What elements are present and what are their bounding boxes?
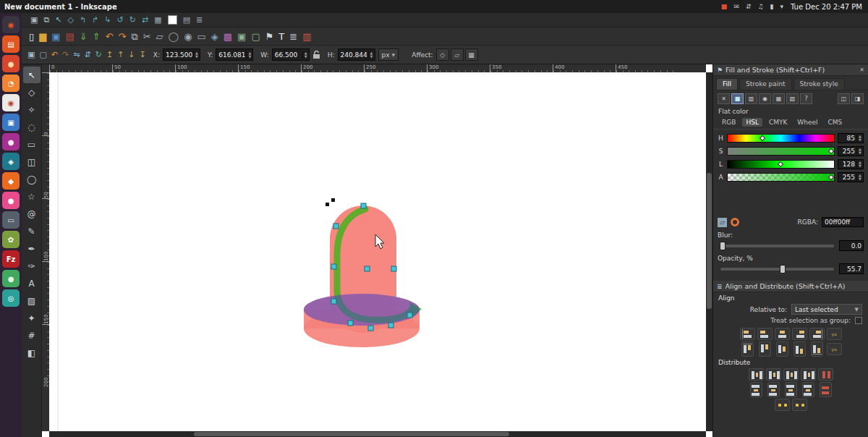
distribute-centers-v-button[interactable] bbox=[785, 382, 797, 397]
selector-tool[interactable]: ↖ bbox=[23, 67, 41, 83]
node-tool[interactable]: ◇ bbox=[23, 84, 41, 101]
save-icon[interactable]: ▣ bbox=[51, 32, 60, 41]
ungroup-icon[interactable]: ▢ bbox=[251, 32, 260, 41]
redo-icon[interactable]: ↷ bbox=[62, 51, 69, 59]
screenshot-app-button[interactable]: ◉ bbox=[2, 94, 20, 111]
layers-icon[interactable]: ≣ bbox=[196, 16, 203, 24]
canvas[interactable] bbox=[49, 72, 706, 431]
y-spinner[interactable]: ▲▼ bbox=[246, 51, 252, 59]
color-swatch-icon[interactable]: ▱ bbox=[718, 218, 727, 227]
relative-to-dropdown[interactable]: Last selected ▼ bbox=[791, 304, 862, 315]
distribute-right-edges-button[interactable] bbox=[801, 368, 816, 381]
cmyk[interactable]: CMYK bbox=[765, 118, 791, 127]
treat-as-group-checkbox[interactable] bbox=[855, 317, 862, 324]
open-folder-icon[interactable]: ▆ bbox=[39, 32, 46, 41]
h[interactable] bbox=[727, 134, 835, 143]
affect-move-patterns-toggle[interactable]: ▱ bbox=[451, 48, 464, 61]
arrow-up-left-icon[interactable]: ↰ bbox=[80, 16, 86, 24]
align-top-edges-button[interactable] bbox=[759, 341, 771, 357]
canvas-drawing[interactable] bbox=[49, 72, 706, 431]
rotate-90-icon[interactable]: ↻ bbox=[95, 51, 102, 59]
l[interactable] bbox=[727, 160, 835, 169]
rotate-cw-icon[interactable]: ↻ bbox=[129, 16, 136, 24]
cms[interactable]: CMS bbox=[825, 118, 846, 127]
document-icon[interactable]: ▣ bbox=[30, 16, 38, 24]
selected-node-mark[interactable] bbox=[331, 198, 335, 202]
new-document-icon[interactable]: ▯ bbox=[29, 32, 34, 41]
flip-vertical-icon[interactable]: ⇵ bbox=[84, 51, 90, 59]
randomize-positions-button[interactable] bbox=[820, 382, 832, 397]
record-indicator-icon[interactable]: ■ bbox=[721, 4, 728, 10]
blur-slider-knob[interactable] bbox=[720, 242, 726, 250]
h-spinner[interactable]: ▲▼ bbox=[368, 51, 375, 59]
swatch-button[interactable]: ▧ bbox=[786, 93, 799, 104]
redo-icon[interactable]: ↷ bbox=[118, 32, 126, 41]
arrow-branch-icon[interactable]: ↳ bbox=[104, 16, 111, 24]
group-icon[interactable]: ▣ bbox=[237, 32, 246, 41]
vertical-ruler[interactable]: 050100150200 bbox=[42, 72, 49, 431]
tweak-tool[interactable]: ✧ bbox=[23, 101, 41, 118]
paste-icon[interactable]: ▱ bbox=[156, 32, 163, 41]
center-vertical-axis-button[interactable] bbox=[775, 328, 790, 340]
equal-vertical-gaps-button[interactable] bbox=[750, 382, 762, 397]
undo-icon[interactable]: ↶ bbox=[51, 51, 58, 59]
export-icon[interactable]: ⇑ bbox=[93, 32, 101, 41]
no-paint-button[interactable]: ✕ bbox=[718, 93, 730, 104]
pattern-button[interactable]: ▦ bbox=[773, 93, 785, 104]
palette-icon[interactable]: ▤ bbox=[183, 16, 190, 24]
duplicate-icon[interactable]: ◈ bbox=[211, 32, 218, 41]
pen-tool[interactable]: ✒ bbox=[23, 240, 41, 257]
h-field[interactable]: 240.844▲▼ bbox=[338, 48, 375, 61]
spiral-tool[interactable]: @ bbox=[23, 205, 41, 222]
color-wheel-icon[interactable] bbox=[731, 218, 739, 226]
cut-icon[interactable]: ✂ bbox=[143, 32, 151, 41]
files-app-button[interactable]: ▤ bbox=[2, 35, 20, 53]
fill-stroke-panel-title[interactable]: ⚑ Fill and Stroke (Shift+Ctrl+F) ✕ bbox=[713, 64, 868, 76]
app-button-11[interactable]: ▭ bbox=[2, 211, 20, 229]
selected-node-mark[interactable] bbox=[326, 203, 329, 206]
remove-overlaps-button[interactable] bbox=[818, 368, 833, 381]
fill[interactable]: Fill bbox=[716, 78, 738, 90]
distribute-left-edges-button[interactable] bbox=[766, 368, 781, 381]
affect-move-gradients-toggle[interactable]: ◇ bbox=[436, 48, 449, 61]
white-swatch[interactable] bbox=[168, 15, 177, 25]
linear-gradient-button[interactable]: ▥ bbox=[745, 93, 757, 104]
x-field[interactable]: 123.500▲▼ bbox=[163, 48, 200, 61]
close-icon[interactable]: ✕ bbox=[859, 67, 864, 73]
text-tool[interactable]: A bbox=[23, 275, 41, 292]
slider-marker[interactable] bbox=[759, 135, 765, 141]
flat-color-button[interactable]: ■ bbox=[731, 93, 744, 104]
filezilla-button[interactable]: Fz bbox=[2, 250, 20, 268]
slider-value-field[interactable]: 255▲▼ bbox=[838, 146, 864, 156]
pages-icon[interactable]: ⧉ bbox=[43, 16, 49, 24]
swap-arrows-icon[interactable]: ⇄ bbox=[142, 16, 148, 24]
dropper-tool[interactable]: ✦ bbox=[23, 310, 41, 326]
vertical-scrollbar-thumb[interactable] bbox=[707, 173, 712, 309]
opacity-slider-knob[interactable] bbox=[780, 265, 786, 273]
arrow-up-right-icon[interactable]: ↱ bbox=[92, 16, 98, 24]
software-center-button[interactable]: ◆ bbox=[2, 172, 20, 190]
horizontal-scrollbar-thumb[interactable] bbox=[194, 432, 509, 436]
fill-stroke-dialog-icon[interactable]: ⚑ bbox=[265, 32, 274, 41]
distribute-bottom-edges-button[interactable] bbox=[802, 382, 814, 397]
paintbucket-tool[interactable]: ◧ bbox=[23, 344, 41, 361]
app-button-12[interactable]: ✿ bbox=[2, 231, 20, 248]
print-icon[interactable]: ▤ bbox=[65, 32, 74, 41]
fill-rule-nonzero-button[interactable]: ◫ bbox=[838, 93, 850, 104]
box3d-tool[interactable]: ◫ bbox=[23, 153, 41, 170]
clone-icon[interactable]: ▩ bbox=[224, 32, 232, 41]
vertical-scrollbar[interactable] bbox=[706, 72, 712, 431]
hsl[interactable]: HSL bbox=[742, 118, 762, 127]
app-button-3[interactable]: ● bbox=[2, 55, 20, 72]
distribute-top-edges-button[interactable] bbox=[767, 382, 780, 397]
grid-icon[interactable]: ▦ bbox=[154, 16, 161, 24]
flip-horizontal-icon[interactable]: ⇋ bbox=[73, 51, 80, 59]
fill-rule-evenodd-button[interactable]: ◨ bbox=[851, 93, 864, 104]
rotate-ccw-icon[interactable]: ↺ bbox=[117, 16, 124, 24]
wheel[interactable]: Wheel bbox=[793, 118, 821, 127]
align-left-to-right-edge-button[interactable] bbox=[809, 328, 825, 340]
import-icon[interactable]: ⇓ bbox=[80, 32, 88, 41]
blue-top-ellipse[interactable] bbox=[304, 294, 420, 326]
zoom-page-icon[interactable]: ▭ bbox=[197, 32, 205, 41]
align-bottom-to-top-edge-button[interactable] bbox=[741, 341, 754, 357]
